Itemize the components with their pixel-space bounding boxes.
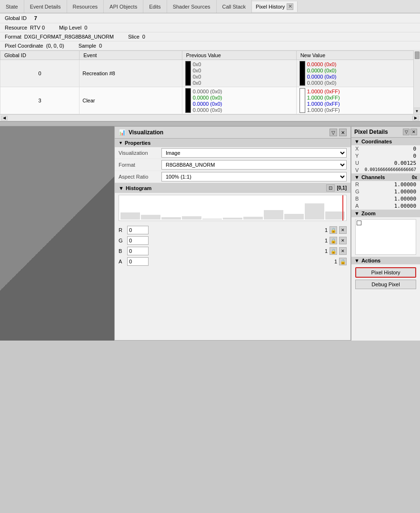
slice-value: 0 <box>142 34 145 40</box>
histogram-bar <box>182 216 201 220</box>
table-row: 0 Recreation #8 0x0 0x0 0x0 0x0 <box>0 60 420 87</box>
sample-value: 0 <box>99 43 102 49</box>
histogram-bar <box>141 215 160 220</box>
scroll-right-btn[interactable]: ▶ <box>412 116 419 121</box>
actions-section-header[interactable]: ▼ Actions <box>351 257 420 264</box>
format-select[interactable]: R8G8B8A8_UNORM <box>161 160 347 170</box>
ch-r-x-btn[interactable]: ✕ <box>339 226 347 234</box>
scroll-left-btn[interactable]: ◀ <box>1 116 8 121</box>
ch-g-lock[interactable]: 🔒 <box>330 237 337 244</box>
ch-r-min[interactable] <box>127 226 149 234</box>
channel-row-r: R 1 🔒 ✕ <box>119 225 347 235</box>
histogram-section-header[interactable]: ▼ Histogram ⊡ [0,1] <box>115 183 350 193</box>
ch-g-max: 1 <box>318 238 328 243</box>
channels-arrow-icon: ▼ <box>354 174 360 180</box>
channels-section[interactable]: ▼ Channels 0x <box>351 173 420 181</box>
vertical-scrollbar[interactable]: ▼ <box>413 50 420 114</box>
pd-title: Pixel Details <box>354 129 388 135</box>
aspect-ratio-prop: Aspect Ratio 100% (1:1) <box>115 171 350 183</box>
visualization-select[interactable]: Image <box>161 148 347 158</box>
channel-row-b: B 1 🔒 ✕ <box>119 246 347 256</box>
histogram-bar <box>305 203 324 220</box>
r-pd-val: 1.00000 <box>394 181 416 188</box>
u-val: 0.00125 <box>394 160 416 166</box>
pixel-history-btn[interactable]: Pixel History <box>355 267 416 278</box>
r-pd-key: R <box>355 181 359 188</box>
ch-b-lock[interactable]: 🔒 <box>330 247 337 255</box>
format-label-top: Format <box>5 34 21 40</box>
viz-minimize-btn[interactable]: ▽ <box>330 129 337 136</box>
aspect-ratio-select[interactable]: 100% (1:1) <box>161 172 347 181</box>
pixel-details-panel: Pixel Details ▽ ✕ ▼ Coordinates X 0 Y 0 … <box>351 126 420 341</box>
ch-b-min[interactable] <box>127 247 149 255</box>
ch-g-min[interactable] <box>127 236 149 245</box>
tab-pixel-history[interactable]: Pixel History ✕ <box>252 1 298 12</box>
histogram-chart <box>119 195 347 221</box>
scroll-down-btn[interactable]: ▼ <box>414 108 420 114</box>
histogram-expand-btn[interactable]: ⊡ <box>326 184 335 191</box>
col-global-id: Global ID <box>0 51 80 60</box>
pd-minimize-btn[interactable]: ▽ <box>403 129 410 135</box>
ch-g-label: G <box>119 238 125 243</box>
coord-v-row: V 0.001666666666666667 <box>351 167 420 173</box>
pixel-row: Pixel Coordinate (0, 0, 0) Sample 0 <box>0 41 420 50</box>
format-row: Format DXGI_FORMAT_R8G8B8A8_UNORM Slice … <box>0 32 420 41</box>
tab-api-objects[interactable]: API Objects <box>104 0 143 13</box>
coords-arrow-icon: ▼ <box>354 139 360 144</box>
bottom-area: 📊 Visualization ▽ ✕ ▼ Properties Visuali… <box>0 126 420 341</box>
row3-new: 1.0000 (0xFF) 1.0000 (0xFF) 1.0000 (0xFF… <box>296 87 420 114</box>
close-pixel-history-tab[interactable]: ✕ <box>287 3 293 10</box>
scrollbar-track <box>8 116 412 121</box>
tab-state[interactable]: State <box>0 0 24 13</box>
pd-actions: ▽ ✕ <box>403 129 417 135</box>
row0-new: 0.0000 (0x0) 0.0000 (0x0) 0.0000 (0x0) 0… <box>296 60 420 87</box>
b-pd-key: B <box>355 196 359 202</box>
b-pd-val: 1.00000 <box>394 196 416 202</box>
ch-r-max: 1 <box>318 227 328 233</box>
histogram-bar <box>120 212 140 220</box>
visualization-panel: 📊 Visualization ▽ ✕ ▼ Properties Visuali… <box>114 126 351 341</box>
ch-r-lock[interactable]: 🔒 <box>330 226 337 234</box>
right-side: 📊 Visualization ▽ ✕ ▼ Properties Visuali… <box>114 126 351 341</box>
ch-a-lock[interactable]: 🔒 <box>339 258 347 265</box>
histogram-arrow-icon: ▼ <box>119 185 124 191</box>
ch-a-min[interactable] <box>127 257 149 266</box>
pd-header: Pixel Details ▽ ✕ <box>351 127 420 138</box>
tab-edits[interactable]: Edits <box>143 0 167 13</box>
ch-g-x-btn[interactable]: ✕ <box>339 237 347 244</box>
coordinates-section[interactable]: ▼ Coordinates <box>351 138 420 145</box>
resource-label: Resource <box>5 25 27 30</box>
global-id-value: 7 <box>34 15 37 21</box>
table-row: 3 Clear 0.0000 (0x0) 0.0000 (0x0) 0.0000… <box>0 87 420 114</box>
viz-title: 📊 Visualization <box>119 129 163 136</box>
actions-container: Pixel History Debug Pixel <box>351 264 420 292</box>
tab-shader-sources[interactable]: Shader Sources <box>167 0 217 13</box>
ch-b-label: B <box>119 248 125 254</box>
panel-separator <box>0 121 420 126</box>
table-container: Global ID Event Previous Value New Value… <box>0 50 420 114</box>
tab-resources[interactable]: Resources <box>67 0 104 13</box>
ch-a-max: 1 <box>328 259 337 264</box>
a-pd-key: A <box>355 203 359 209</box>
aspect-ratio-label: Aspect Ratio <box>119 174 161 180</box>
y-key: Y <box>355 153 359 159</box>
debug-pixel-btn[interactable]: Debug Pixel <box>355 280 416 289</box>
coord-x-row: X 0 <box>351 145 420 152</box>
horizontal-scrollbar[interactable]: ◀ ▶ <box>0 114 420 121</box>
visualization-prop: Visualization Image <box>115 147 350 159</box>
pd-close-btn[interactable]: ✕ <box>410 129 417 135</box>
a-pd-val: 1.00000 <box>394 203 416 209</box>
viz-close-btn[interactable]: ✕ <box>339 129 347 136</box>
properties-section[interactable]: ▼ Properties <box>115 139 350 147</box>
format-value-top: DXGI_FORMAT_R8G8B8A8_UNORM <box>24 34 114 40</box>
row3-prev: 0.0000 (0x0) 0.0000 (0x0) 0.0000 (0x0) 0… <box>182 87 296 114</box>
row0-id: 0 <box>0 60 80 87</box>
ch-b-x-btn[interactable]: ✕ <box>339 247 347 255</box>
ch-r-label: R <box>119 227 125 233</box>
g-pd-val: 1.00000 <box>394 189 416 195</box>
zoom-section[interactable]: ▼ Zoom <box>351 210 420 217</box>
pixel-coord-value: (0, 0, 0) <box>46 43 64 49</box>
tab-call-stack[interactable]: Call Stack <box>217 0 252 13</box>
histogram-bar <box>161 217 181 220</box>
tab-event-details[interactable]: Event Details <box>24 0 67 13</box>
